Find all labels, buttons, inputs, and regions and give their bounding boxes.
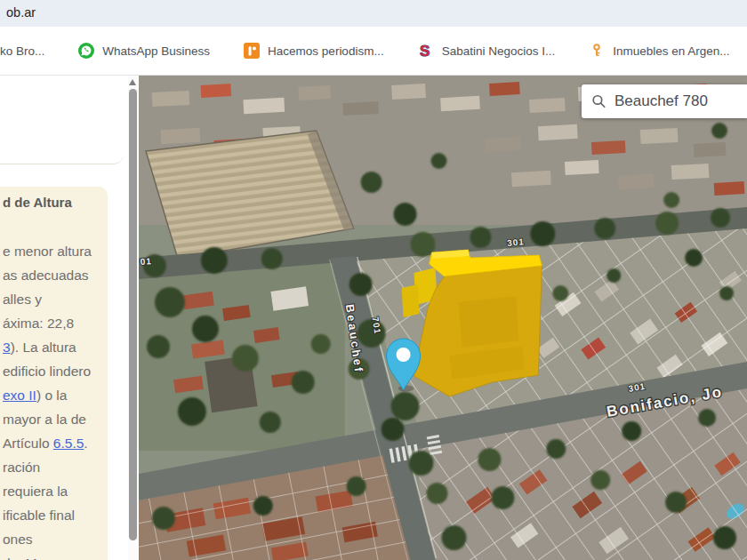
bookmark-item-hacemos[interactable]: Hacemos periodism... [244,43,384,59]
info-line: ración [3,455,108,479]
info-line: requiera la [3,479,108,503]
svg-text:S: S [420,43,430,59]
map-viewport[interactable]: 01 301 Beauchef 701 301 Bonifacio, Jo [139,76,747,560]
info-line: alles y [3,287,108,311]
street-label-avenue-partial: 01 [140,256,152,267]
height-info-panel: d de Altura e menor altura as adecuadas … [0,187,108,560]
info-line: edificio lindero [3,359,108,383]
info-line: e menor altura [3,239,108,263]
panel-title: d de Altura [3,194,108,212]
sabatini-s-icon: S [418,43,434,59]
search-icon [591,92,606,110]
scroll-thumb[interactable] [129,89,137,540]
whatsapp-icon [78,43,94,59]
url-text: ob.ar [6,5,36,20]
info-line: 3). La altura [3,335,108,359]
link-anexo-ii[interactable]: exo II [3,388,36,403]
link-articulo-655[interactable]: 6.5.5 [53,436,84,451]
bookmarks-bar: ko Bro... WhatsApp Business Hacemos pe [0,27,747,76]
info-line: Artículo 6.5.5. [3,431,108,455]
sidebar-scrollbar[interactable] [128,76,138,560]
bookmark-item-inmuebles[interactable]: Inmuebles en Argen... [589,43,729,59]
url-bar[interactable]: ob.ar [0,0,747,27]
key-icon [589,43,605,59]
info-line: ificable final [3,503,108,527]
sidebar-panel: d de Altura e menor altura as adecuadas … [0,76,139,560]
bookmark-item-sabatini[interactable]: S Sabatini Negocios I... [418,43,556,59]
browser-window: ob.ar ko Bro... WhatsApp Business [0,0,747,560]
info-line: áxima: 22,8 [3,311,108,335]
info-line: mayor a la de [3,407,108,431]
info-line: ones [3,527,108,551]
info-line: de .Manzana, [3,551,108,560]
search-input[interactable] [614,92,742,110]
map-search-box[interactable] [582,84,747,118]
card-divider [0,76,123,164]
scroll-up-arrow[interactable] [129,79,136,85]
bookmark-item-cut[interactable]: ko Bro... [0,44,44,58]
orange-badge-icon [244,43,260,59]
bookmark-item-whatsapp[interactable]: WhatsApp Business [78,43,210,59]
info-line: exo II) o la [3,383,108,407]
street-label-avenue: 301 [507,236,526,248]
map-imagery: 01 301 Beauchef 701 301 Bonifacio, Jo [139,76,747,560]
link-altura-3[interactable]: 3 [3,340,11,355]
info-line: as adecuadas [3,263,108,287]
